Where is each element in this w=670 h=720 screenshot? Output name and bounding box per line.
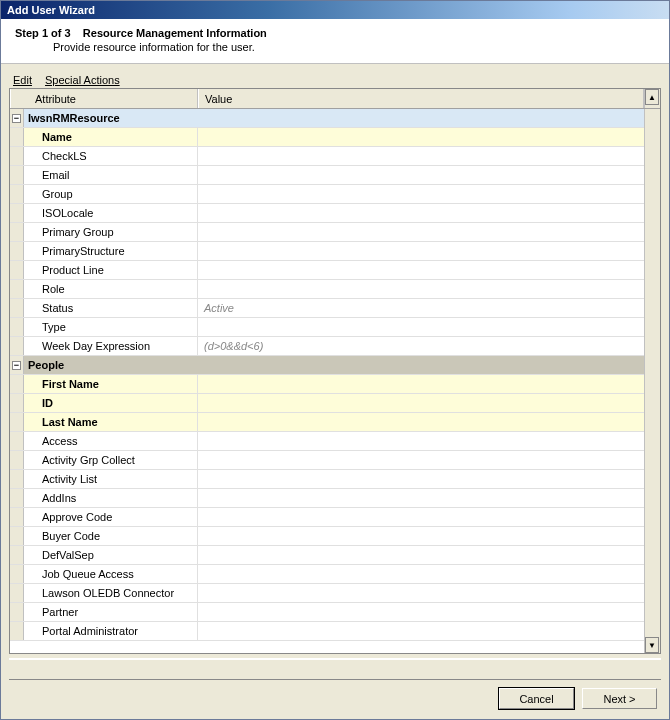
attribute-value[interactable] bbox=[198, 375, 644, 393]
row-gutter bbox=[10, 261, 24, 279]
cancel-button[interactable]: Cancel bbox=[499, 688, 574, 709]
attribute-name: Group bbox=[24, 185, 198, 203]
row-gutter bbox=[10, 603, 24, 621]
attribute-value[interactable] bbox=[198, 565, 644, 583]
property-row: Name bbox=[10, 128, 644, 147]
group-header[interactable]: −IwsnRMResource bbox=[10, 109, 644, 128]
attribute-name: Status bbox=[24, 299, 198, 317]
next-button[interactable]: Next > bbox=[582, 688, 657, 709]
row-gutter bbox=[10, 223, 24, 241]
attribute-value[interactable] bbox=[198, 527, 644, 545]
property-row: ID bbox=[10, 394, 644, 413]
property-row: CheckLS bbox=[10, 147, 644, 166]
property-row: PrimaryStructure bbox=[10, 242, 644, 261]
scroll-up-button[interactable]: ▲ bbox=[645, 89, 659, 105]
attribute-name: AddIns bbox=[24, 489, 198, 507]
row-gutter bbox=[10, 622, 24, 640]
step-label: Step 1 of 3 bbox=[15, 27, 71, 39]
caret-up-icon: ▲ bbox=[648, 93, 656, 102]
menu-special-actions[interactable]: Special Actions bbox=[45, 74, 120, 86]
wizard-footer: Cancel Next > bbox=[1, 680, 669, 719]
property-row: Partner bbox=[10, 603, 644, 622]
attribute-value[interactable]: Active bbox=[198, 299, 644, 317]
attribute-value[interactable] bbox=[198, 603, 644, 621]
attribute-value[interactable] bbox=[198, 508, 644, 526]
property-row: Activity List bbox=[10, 470, 644, 489]
attribute-value[interactable] bbox=[198, 584, 644, 602]
window-title: Add User Wizard bbox=[7, 4, 95, 16]
attribute-value[interactable] bbox=[198, 128, 644, 146]
attribute-name: Type bbox=[24, 318, 198, 336]
row-gutter bbox=[10, 318, 24, 336]
vertical-scrollbar[interactable]: ▼ bbox=[644, 109, 660, 653]
grid-header: Attribute Value ▲ bbox=[10, 89, 660, 109]
attribute-value[interactable] bbox=[198, 223, 644, 241]
menu-bar: Edit Special Actions bbox=[9, 72, 661, 88]
property-row: Buyer Code bbox=[10, 527, 644, 546]
group-header[interactable]: −People bbox=[10, 356, 644, 375]
attribute-value[interactable] bbox=[198, 318, 644, 336]
property-row: Lawson OLEDB Connector bbox=[10, 584, 644, 603]
attribute-value[interactable] bbox=[198, 489, 644, 507]
attribute-name: Last Name bbox=[24, 413, 198, 431]
property-row: Approve Code bbox=[10, 508, 644, 527]
property-row: Activity Grp Collect bbox=[10, 451, 644, 470]
menu-edit[interactable]: Edit bbox=[13, 74, 32, 86]
row-gutter bbox=[10, 508, 24, 526]
attribute-value[interactable] bbox=[198, 166, 644, 184]
row-gutter bbox=[10, 584, 24, 602]
attribute-value[interactable] bbox=[198, 147, 644, 165]
row-gutter bbox=[10, 565, 24, 583]
row-gutter bbox=[10, 280, 24, 298]
attribute-name: Portal Administrator bbox=[24, 622, 198, 640]
property-row: Product Line bbox=[10, 261, 644, 280]
property-row: AddIns bbox=[10, 489, 644, 508]
attribute-name: Approve Code bbox=[24, 508, 198, 526]
attribute-name: ID bbox=[24, 394, 198, 412]
attribute-value[interactable] bbox=[198, 261, 644, 279]
description-bar bbox=[9, 658, 661, 680]
attribute-name: Name bbox=[24, 128, 198, 146]
row-gutter bbox=[10, 299, 24, 317]
attribute-name: Email bbox=[24, 166, 198, 184]
property-row: Access bbox=[10, 432, 644, 451]
step-title: Resource Management Information bbox=[83, 27, 267, 39]
attribute-value[interactable] bbox=[198, 470, 644, 488]
attribute-value[interactable] bbox=[198, 413, 644, 431]
attribute-value[interactable] bbox=[198, 204, 644, 222]
row-gutter bbox=[10, 204, 24, 222]
collapse-icon: − bbox=[12, 361, 21, 370]
property-row: Role bbox=[10, 280, 644, 299]
row-gutter bbox=[10, 166, 24, 184]
row-gutter bbox=[10, 128, 24, 146]
property-row: Group bbox=[10, 185, 644, 204]
attribute-value[interactable]: (d>0&&d<6) bbox=[198, 337, 644, 355]
attribute-value[interactable] bbox=[198, 185, 644, 203]
group-toggle[interactable]: − bbox=[10, 356, 24, 374]
column-header-value[interactable]: Value bbox=[198, 89, 644, 108]
row-gutter bbox=[10, 242, 24, 260]
attribute-value[interactable] bbox=[198, 622, 644, 640]
attribute-name: Access bbox=[24, 432, 198, 450]
group-name: People bbox=[24, 356, 644, 374]
property-row: Last Name bbox=[10, 413, 644, 432]
property-row: Job Queue Access bbox=[10, 565, 644, 584]
attribute-value[interactable] bbox=[198, 451, 644, 469]
attribute-value[interactable] bbox=[198, 394, 644, 412]
wizard-header: Step 1 of 3 Resource Management Informat… bbox=[1, 19, 669, 64]
attribute-value[interactable] bbox=[198, 432, 644, 450]
scroll-down-button[interactable]: ▼ bbox=[645, 637, 659, 653]
property-row: ISOLocale bbox=[10, 204, 644, 223]
attribute-value[interactable] bbox=[198, 242, 644, 260]
attribute-name: ISOLocale bbox=[24, 204, 198, 222]
row-gutter bbox=[10, 394, 24, 412]
row-gutter bbox=[10, 413, 24, 431]
attribute-name: Lawson OLEDB Connector bbox=[24, 584, 198, 602]
attribute-value[interactable] bbox=[198, 280, 644, 298]
row-gutter bbox=[10, 451, 24, 469]
column-header-attribute[interactable]: Attribute bbox=[10, 89, 198, 108]
collapse-icon: − bbox=[12, 114, 21, 123]
group-toggle[interactable]: − bbox=[10, 109, 24, 127]
attribute-value[interactable] bbox=[198, 546, 644, 564]
property-row: Type bbox=[10, 318, 644, 337]
